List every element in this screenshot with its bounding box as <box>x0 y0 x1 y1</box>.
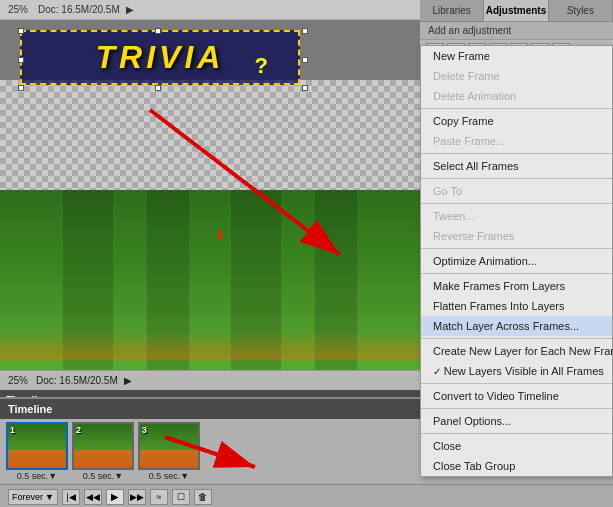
question-mark: ? <box>255 53 268 79</box>
menu-delete-animation: Delete Animation <box>421 86 612 106</box>
frame-thumb-2[interactable]: 2 <box>72 422 134 470</box>
panel-tabs: Libraries Adjustments Styles <box>420 0 613 22</box>
selection-handle-tr[interactable] <box>302 28 308 34</box>
forever-arrow: ▼ <box>45 492 54 502</box>
menu-panel-options[interactable]: Panel Options... <box>421 411 612 431</box>
selection-handle-tl[interactable] <box>18 28 24 34</box>
menu-go-to: Go To <box>421 181 612 201</box>
frame-duration-2[interactable]: 0.5 sec.▼ <box>83 471 123 481</box>
menu-optimize-animation[interactable]: Optimize Animation... <box>421 251 612 271</box>
frame-thumb-grass-1 <box>8 450 66 468</box>
selection-handle-tc[interactable] <box>155 28 161 34</box>
frame-number-1: 1 <box>10 425 15 435</box>
menu-select-all-frames[interactable]: Select All Frames <box>421 156 612 176</box>
zoom-bar-arrow[interactable]: ▶ <box>124 375 132 386</box>
separator-5 <box>421 248 612 249</box>
frame-duration-3[interactable]: 0.5 sec.▼ <box>149 471 189 481</box>
bottom-controls: Forever ▼ |◀ ◀◀ ▶ ▶▶ ≈ ☐ 🗑 <box>0 484 613 507</box>
trivia-banner: TRIVIA ? <box>20 30 300 85</box>
menu-reverse-frames: Reverse Frames <box>421 226 612 246</box>
tab-styles[interactable]: Styles <box>549 0 613 21</box>
figure <box>218 230 222 240</box>
frame-duration-1[interactable]: 0.5 sec.▼ <box>17 471 57 481</box>
menu-match-layer[interactable]: Match Layer Across Frames... <box>421 316 612 336</box>
bt-step-back-btn[interactable]: ◀◀ <box>84 489 102 505</box>
grass-field <box>0 190 420 370</box>
frame-thumb-grass-3 <box>140 450 198 468</box>
separator-1 <box>421 108 612 109</box>
frame-thumb-1[interactable]: 1 <box>6 422 68 470</box>
bt-delete-btn[interactable]: 🗑 <box>194 489 212 505</box>
tab-adjustments[interactable]: Adjustments <box>484 0 548 21</box>
selection-handle-mr[interactable] <box>302 57 308 63</box>
selection-handle-bl[interactable] <box>18 85 24 91</box>
nav-arrow[interactable]: ▶ <box>126 4 134 15</box>
frame-item-2: 2 0.5 sec.▼ <box>72 422 134 481</box>
zoom-level: 25% <box>8 4 28 15</box>
separator-8 <box>421 383 612 384</box>
panel-section-header: Add an adjustment <box>420 22 613 40</box>
separator-4 <box>421 203 612 204</box>
menu-new-frame[interactable]: New Frame <box>421 46 612 66</box>
frame-item-3: 3 0.5 sec.▼ <box>138 422 200 481</box>
menu-close-tab-group[interactable]: Close Tab Group <box>421 456 612 476</box>
tab-libraries[interactable]: Libraries <box>420 0 484 21</box>
separator-10 <box>421 433 612 434</box>
frame-thumb-grass-2 <box>74 450 132 468</box>
bt-play-btn[interactable]: ▶ <box>106 489 124 505</box>
menu-close[interactable]: Close <box>421 436 612 456</box>
selection-handle-bc[interactable] <box>155 85 161 91</box>
menu-convert-video[interactable]: Convert to Video Timeline <box>421 386 612 406</box>
menu-create-new-layer[interactable]: Create New Layer for Each New Frame <box>421 341 612 361</box>
zoom-bar-level: 25% <box>8 375 28 386</box>
frame-thumb-3[interactable]: 3 <box>138 422 200 470</box>
menu-new-layers-visible[interactable]: New Layers Visible in All Frames <box>421 361 612 381</box>
trivia-text: TRIVIA <box>96 39 225 76</box>
frame-number-3: 3 <box>142 425 147 435</box>
forever-dropdown[interactable]: Forever ▼ <box>8 489 58 505</box>
separator-6 <box>421 273 612 274</box>
menu-copy-frame[interactable]: Copy Frame <box>421 111 612 131</box>
separator-7 <box>421 338 612 339</box>
bt-step-fwd-btn[interactable]: ▶▶ <box>128 489 146 505</box>
separator-9 <box>421 408 612 409</box>
menu-paste-frame: Paste Frame... <box>421 131 612 151</box>
bt-new-frame-btn[interactable]: ☐ <box>172 489 190 505</box>
selection-handle-br[interactable] <box>302 85 308 91</box>
bt-prev-btn[interactable]: |◀ <box>62 489 80 505</box>
doc-info: Doc: 16.5M/20.5M <box>38 4 120 15</box>
zoom-bar-doc: Doc: 16.5M/20.5M <box>36 375 118 386</box>
frame-number-2: 2 <box>76 425 81 435</box>
menu-make-frames[interactable]: Make Frames From Layers <box>421 276 612 296</box>
menu-tween: Tween... <box>421 206 612 226</box>
context-menu: New Frame Delete Frame Delete Animation … <box>420 45 613 477</box>
top-bar: 25% Doc: 16.5M/20.5M ▶ <box>0 0 420 20</box>
canvas-area: 25% Doc: 16.5M/20.5M ▶ TRIVIA ? <box>0 0 420 390</box>
menu-flatten-frames[interactable]: Flatten Frames Into Layers <box>421 296 612 316</box>
field-edge <box>0 330 420 360</box>
bottom-timeline-label: Timeline <box>8 403 52 415</box>
right-panel: Libraries Adjustments Styles Add an adju… <box>420 0 613 390</box>
separator-3 <box>421 178 612 179</box>
forever-label: Forever <box>12 492 43 502</box>
zoom-bar: 25% Doc: 16.5M/20.5M ▶ <box>0 370 420 390</box>
selection-handle-ml[interactable] <box>18 57 24 63</box>
frame-item-1: 1 0.5 sec.▼ <box>6 422 68 481</box>
separator-2 <box>421 153 612 154</box>
bt-tween-btn[interactable]: ≈ <box>150 489 168 505</box>
menu-delete-frame: Delete Frame <box>421 66 612 86</box>
